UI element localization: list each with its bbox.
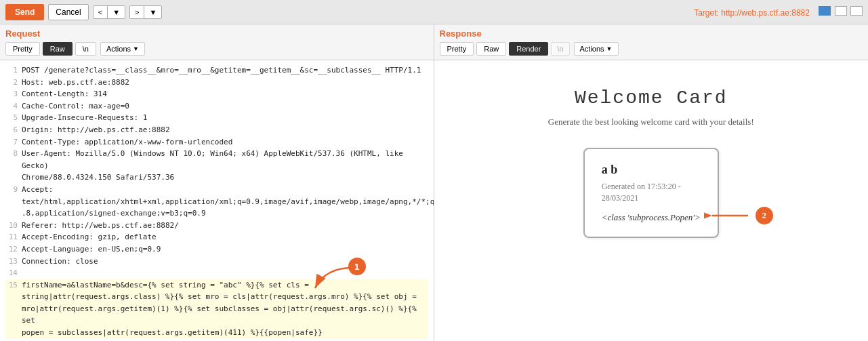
line-number: 14 <box>5 267 18 279</box>
line-number <box>5 303 18 327</box>
request-line: 12Accept-Language: en-US,en;q=0.9 <box>5 243 428 256</box>
card-date: Generated on 17:53:20 - 28/03/2021 <box>602 181 701 204</box>
line-content: .8,application/signed-exchange;v=b3;q=0.… <box>22 207 428 220</box>
line-content: firstName=a&lastName=b&desc={% set strin… <box>22 279 428 292</box>
request-tab-bar: Pretty Raw \n Actions ▼ <box>5 42 428 56</box>
request-body[interactable]: 1POST /generate?class=__class__&mro=__mr… <box>0 60 434 341</box>
line-content: Accept-Encoding: gzip, deflate <box>22 231 428 243</box>
nav-group: < ▼ <box>93 5 125 19</box>
target-url: http://web.ps.ctf.ae:8882 <box>721 8 810 18</box>
request-line: 7Content-Type: application/x-www-form-ur… <box>5 136 428 148</box>
line-number: 3 <box>5 88 18 100</box>
request-line: 14 <box>5 267 428 279</box>
toolbar: Send Cancel < ▼ > ▼ Target: http://web.p… <box>0 0 868 24</box>
line-content: User-Agent: Mozilla/5.0 (Windows NT 10.0… <box>22 148 428 172</box>
line-content: Origin: http://web.ps.ctf.ae:8882 <box>22 124 428 136</box>
target-info: Target: http://web.ps.ctf.ae:8882 <box>694 6 863 18</box>
line-number: 5 <box>5 112 18 124</box>
line-number: 13 <box>5 256 18 268</box>
welcome-card: a b Generated on 17:53:20 - 28/03/2021 <… <box>583 148 719 238</box>
main-content: Request Pretty Raw \n Actions ▼ 1POST /g… <box>0 24 868 341</box>
line-number <box>5 327 18 339</box>
request-line: string|attr(request.args.class) %}{% set… <box>5 291 428 303</box>
request-line: 13Connection: close <box>5 256 428 268</box>
line-number: 2 <box>5 77 18 89</box>
request-line: 10Referer: http://web.ps.ctf.ae:8882/ <box>5 220 428 232</box>
render-content: Welcome Card Generate the best looking w… <box>434 60 869 341</box>
line-content: Host: web.ps.ctf.ae:8882 <box>22 77 428 89</box>
response-tab-pretty[interactable]: Pretty <box>440 42 474 56</box>
line-number: 11 <box>5 231 18 243</box>
request-line: text/html,application/xhtml+xml,applicat… <box>5 196 428 208</box>
line-number: 4 <box>5 100 18 113</box>
request-line: 3Content-Length: 314 <box>5 88 428 100</box>
nav-back2-button[interactable]: ▼ <box>108 6 125 18</box>
request-panel-header: Request Pretty Raw \n Actions ▼ <box>0 24 434 60</box>
request-line: 1POST /generate?class=__class__&mro=__mr… <box>5 64 428 77</box>
request-content-area: 1POST /generate?class=__class__&mro=__mr… <box>0 60 434 341</box>
line-content: Content-Type: application/x-www-form-url… <box>22 136 428 148</box>
view-icons <box>819 8 863 18</box>
request-actions-label: Actions <box>106 45 131 53</box>
send-button[interactable]: Send <box>5 4 44 20</box>
request-actions-chevron: ▼ <box>133 45 139 52</box>
nav-back-button[interactable]: < <box>94 6 108 18</box>
line-number: 1 <box>5 64 18 77</box>
request-line: 9Accept: <box>5 184 428 196</box>
line-number: 9 <box>5 184 18 196</box>
line-number: 7 <box>5 136 18 148</box>
line-content: Connection: close <box>22 256 428 268</box>
cancel-button[interactable]: Cancel <box>48 4 88 20</box>
request-line: 6Origin: http://web.ps.ctf.ae:8882 <box>5 124 428 136</box>
target-label: Target: <box>694 8 719 18</box>
request-line: 15firstName=a&lastName=b&desc={% set str… <box>5 279 428 292</box>
response-tab-bar: Pretty Raw Render \n Actions ▼ <box>440 42 863 56</box>
request-panel: Request Pretty Raw \n Actions ▼ 1POST /g… <box>0 24 434 341</box>
request-tab-raw[interactable]: Raw <box>43 42 73 56</box>
line-content <box>22 267 428 279</box>
nav-fwd-button[interactable]: > <box>130 6 144 18</box>
line-number: 10 <box>5 220 18 232</box>
line-content: popen = subclasses|attr(request.args.get… <box>22 327 428 339</box>
request-line: 5Upgrade-Insecure-Requests: 1 <box>5 112 428 124</box>
line-content: Chrome/88.0.4324.150 Safari/537.36 <box>22 172 428 184</box>
line-number <box>5 172 18 184</box>
request-actions-button[interactable]: Actions ▼ <box>100 42 145 56</box>
welcome-card-subtitle: Generate the best looking welcome card w… <box>495 117 807 127</box>
line-number: 8 <box>5 148 18 172</box>
response-tab-render[interactable]: Render <box>509 42 548 56</box>
request-line: 2Host: web.ps.ctf.ae:8882 <box>5 77 428 89</box>
response-tab-raw[interactable]: Raw <box>476 42 506 56</box>
response-actions-chevron: ▼ <box>606 45 613 52</box>
toolbar-left: Send Cancel < ▼ > ▼ <box>5 4 162 20</box>
request-line: mro|attr(request.args.getitem)(1) %}{% s… <box>5 303 428 327</box>
line-content: POST /generate?class=__class__&mro=__mro… <box>22 64 428 77</box>
line-content: Content-Length: 314 <box>22 88 428 100</box>
line-number <box>5 207 18 220</box>
request-tab-pretty[interactable]: Pretty <box>5 42 40 56</box>
line-number: 15 <box>5 279 18 292</box>
request-tab-newline[interactable]: \n <box>75 42 96 56</box>
response-panel: Response Pretty Raw Render \n Actions ▼ … <box>434 24 869 341</box>
line-number <box>5 291 18 303</box>
request-line: 11Accept-Encoding: gzip, deflate <box>5 231 428 243</box>
card-wrapper: a b Generated on 17:53:20 - 28/03/2021 <… <box>583 148 719 238</box>
request-line: 4Cache-Control: max-age=0 <box>5 100 428 113</box>
render-area: Welcome Card Generate the best looking w… <box>482 74 821 252</box>
line-content: mro|attr(request.args.getitem)(1) %}{% s… <box>22 303 428 327</box>
line-content: Accept-Language: en-US,en;q=0.9 <box>22 243 428 256</box>
request-title: Request <box>5 28 428 39</box>
nav-fwd2-button[interactable]: ▼ <box>144 6 161 18</box>
card-date-label: Generated on 17:53:20 - <box>602 182 681 191</box>
card-name: a b <box>602 163 701 177</box>
card-class: <class 'subprocess.Popen'> <box>602 212 701 223</box>
response-actions-label: Actions <box>580 45 604 53</box>
card-date-value: 28/03/2021 <box>602 193 639 203</box>
line-content: string|attr(request.args.class) %}{% set… <box>22 291 428 303</box>
line-content: Referer: http://web.ps.ctf.ae:8882/ <box>22 220 428 232</box>
line-number: 6 <box>5 124 18 136</box>
response-panel-header: Response Pretty Raw Render \n Actions ▼ <box>434 24 869 60</box>
response-title: Response <box>440 28 863 39</box>
line-content: Cache-Control: max-age=0 <box>22 100 428 113</box>
response-actions-button[interactable]: Actions ▼ <box>574 42 619 56</box>
